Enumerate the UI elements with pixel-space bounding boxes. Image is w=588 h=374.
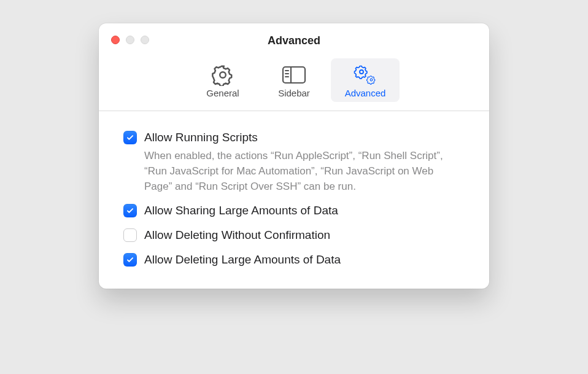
setting-label: Allow Deleting Without Confirmation xyxy=(144,227,465,243)
minimize-window-button[interactable] xyxy=(126,36,134,44)
tab-advanced[interactable]: Advanced xyxy=(331,58,400,102)
setting-allow-deleting-large-data: Allow Deleting Large Amounts of Data xyxy=(123,252,465,268)
setting-allow-sharing-large-data: Allow Sharing Large Amounts of Data xyxy=(123,203,465,219)
setting-text: Allow Running Scripts When enabled, the … xyxy=(144,130,465,194)
setting-label: Allow Running Scripts xyxy=(144,130,465,146)
checkbox-allow-deleting-without-confirmation[interactable] xyxy=(123,228,137,242)
window-title: Advanced xyxy=(99,34,489,47)
gears-icon xyxy=(352,63,378,87)
setting-text: Allow Sharing Large Amounts of Data xyxy=(144,203,465,219)
checkbox-allow-sharing-large-data[interactable] xyxy=(123,204,137,217)
setting-allow-running-scripts: Allow Running Scripts When enabled, the … xyxy=(123,130,465,194)
svg-point-6 xyxy=(360,70,363,74)
setting-description: When enabled, the actions “Run AppleScri… xyxy=(144,148,465,194)
preferences-window: Advanced General Sidebar xyxy=(99,23,489,289)
advanced-settings-pane: Allow Running Scripts When enabled, the … xyxy=(99,111,489,289)
tab-label: Advanced xyxy=(345,88,386,98)
titlebar: Advanced xyxy=(99,23,489,53)
setting-allow-deleting-without-confirmation: Allow Deleting Without Confirmation xyxy=(123,227,465,243)
traffic-lights xyxy=(111,36,149,44)
setting-text: Allow Deleting Large Amounts of Data xyxy=(144,252,465,268)
gear-icon xyxy=(212,63,234,87)
checkmark-icon xyxy=(126,133,134,142)
svg-point-7 xyxy=(370,79,373,81)
tab-general[interactable]: General xyxy=(188,58,257,102)
checkbox-allow-running-scripts[interactable] xyxy=(123,131,137,144)
svg-rect-1 xyxy=(283,67,305,83)
close-window-button[interactable] xyxy=(111,36,120,44)
tab-sidebar[interactable]: Sidebar xyxy=(260,58,328,102)
setting-label: Allow Sharing Large Amounts of Data xyxy=(144,203,465,219)
checkmark-icon xyxy=(126,206,134,215)
checkmark-icon xyxy=(126,255,134,264)
tab-label: General xyxy=(206,88,239,98)
setting-label: Allow Deleting Large Amounts of Data xyxy=(144,252,465,268)
setting-text: Allow Deleting Without Confirmation xyxy=(144,227,465,243)
svg-point-0 xyxy=(220,72,226,78)
tab-label: Sidebar xyxy=(278,88,310,98)
preferences-toolbar: General Sidebar xyxy=(99,53,489,111)
zoom-window-button[interactable] xyxy=(141,36,149,44)
sidebar-icon xyxy=(281,63,307,87)
checkbox-allow-deleting-large-data[interactable] xyxy=(123,253,137,267)
